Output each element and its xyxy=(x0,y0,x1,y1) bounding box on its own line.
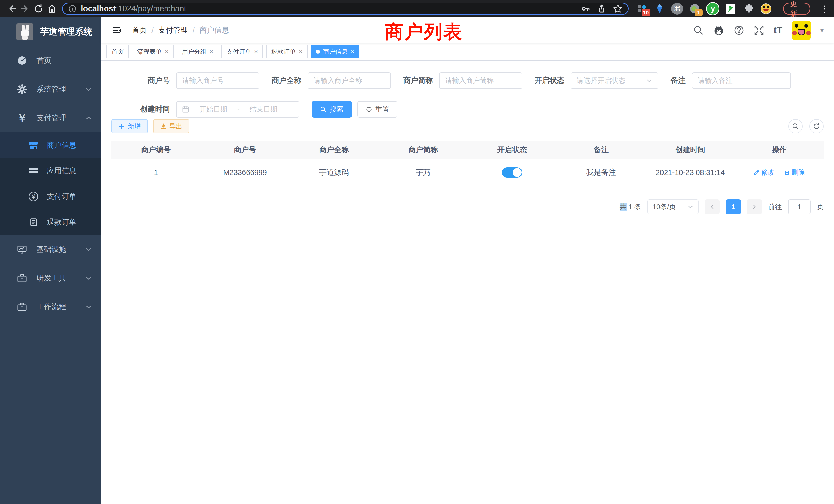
breadcrumb-home[interactable]: 首页 xyxy=(132,25,147,36)
sidebar-item-label: 商户信息 xyxy=(47,140,76,151)
shop-icon xyxy=(28,140,39,151)
search-form: 商户号 商户全称 商户简称 开启状态 xyxy=(101,61,834,117)
share-icon[interactable] xyxy=(597,4,606,13)
avatar-caret-icon[interactable]: ▾ xyxy=(820,26,824,35)
sidebar-item-workflow[interactable]: 工作流程 xyxy=(0,293,101,321)
address-bar[interactable]: localhost:1024/pay/merchant xyxy=(62,3,629,15)
sidebar-item-app-info[interactable]: 应用信息 xyxy=(0,158,101,184)
browser-back-button[interactable] xyxy=(5,2,19,16)
extension-y-icon[interactable]: y xyxy=(706,2,720,16)
sidebar-item-system[interactable]: 系统管理 xyxy=(0,75,101,104)
tab-home[interactable]: 首页 xyxy=(106,45,129,58)
search-button[interactable]: 搜索 xyxy=(312,101,352,117)
browser-menu-icon[interactable]: ⋮ xyxy=(820,4,829,14)
browser-reload-button[interactable] xyxy=(32,2,45,16)
tab-process-form[interactable]: 流程表单 × xyxy=(132,45,174,58)
edit-link[interactable]: 修改 xyxy=(754,168,775,177)
sidebar-logo[interactable]: 芋道管理系统 xyxy=(0,18,101,46)
tab-label: 退款订单 xyxy=(271,47,296,56)
next-page-button[interactable] xyxy=(747,199,762,214)
github-icon[interactable] xyxy=(713,25,724,36)
browser-home-button[interactable] xyxy=(45,2,59,16)
tab-user-group[interactable]: 用户分组 × xyxy=(177,45,218,58)
close-icon[interactable]: × xyxy=(254,48,258,55)
cell-actions: 修改 删除 xyxy=(734,159,824,186)
profile-emoji-icon[interactable] xyxy=(760,2,772,16)
date-separator: - xyxy=(237,106,240,113)
tab-refund-order[interactable]: 退款订单 × xyxy=(266,45,308,58)
short-name-input[interactable] xyxy=(445,77,516,85)
close-icon[interactable]: × xyxy=(299,48,303,55)
status-select[interactable] xyxy=(571,72,658,89)
tab-label: 支付订单 xyxy=(226,47,251,56)
col-remark: 备注 xyxy=(557,141,646,159)
close-icon[interactable]: × xyxy=(165,48,169,55)
extension-command-icon[interactable]: ⌘ xyxy=(671,2,683,16)
show-search-button[interactable] xyxy=(788,119,803,134)
bookmark-star-icon[interactable] xyxy=(613,4,623,14)
chrome-update-button[interactable]: 更新 xyxy=(783,3,810,15)
end-date-input[interactable] xyxy=(244,106,283,113)
close-icon[interactable]: × xyxy=(351,48,354,55)
col-short-name: 商户简称 xyxy=(378,141,467,159)
remark-input[interactable] xyxy=(698,77,785,85)
sidebar-item-merchant-info[interactable]: 商户信息 xyxy=(0,132,101,158)
full-name-input[interactable] xyxy=(314,77,385,85)
add-button[interactable]: 新增 xyxy=(111,119,148,134)
merchant-no-input[interactable] xyxy=(182,77,253,85)
reset-button[interactable]: 重置 xyxy=(357,101,397,117)
sidebar-item-dev-tools[interactable]: 研发工具 xyxy=(0,264,101,293)
page-1-button[interactable]: 1 xyxy=(726,199,741,214)
search-icon[interactable] xyxy=(693,25,704,36)
tab-merchant-info[interactable]: 商户信息 × xyxy=(311,45,359,58)
briefcase-icon xyxy=(17,273,28,283)
start-date-input[interactable] xyxy=(194,106,233,113)
pagination-total: 共 1 条 xyxy=(620,202,641,211)
user-avatar[interactable] xyxy=(792,21,811,40)
sidebar-item-home[interactable]: 首页 xyxy=(0,46,101,75)
url-text: localhost:1024/pay/merchant xyxy=(81,4,577,13)
field-label: 商户号 xyxy=(111,75,170,86)
help-icon[interactable] xyxy=(733,25,744,36)
field-label: 商户全称 xyxy=(272,75,302,86)
tab-pay-order[interactable]: 支付订单 × xyxy=(221,45,263,58)
status-select-input[interactable] xyxy=(577,77,644,85)
status-toggle[interactable] xyxy=(502,167,522,178)
export-button[interactable]: 导出 xyxy=(153,119,190,134)
font-size-icon[interactable]: tT xyxy=(774,25,783,36)
sidebar-item-label: 研发工具 xyxy=(37,273,85,283)
goto-page-input[interactable] xyxy=(788,199,811,214)
url-path: :1024/pay/merchant xyxy=(116,4,186,13)
sidebar-item-pay[interactable]: ￥ 支付管理 xyxy=(0,104,101,132)
tags-view: 首页 流程表单 × 用户分组 × 支付订单 × 退款订单 × 商户信息 × xyxy=(101,43,834,61)
field-short-name: 商户简称 xyxy=(403,72,522,89)
field-merchant-no: 商户号 xyxy=(111,72,259,89)
close-icon[interactable]: × xyxy=(210,48,213,55)
refresh-button[interactable] xyxy=(809,119,824,134)
sidebar-item-pay-order[interactable]: ¥ 支付订单 xyxy=(0,184,101,209)
grid-icon xyxy=(28,166,39,176)
extension-sidebar-icon[interactable]: 10 xyxy=(636,2,649,16)
extension-gem-icon[interactable] xyxy=(654,2,666,16)
sidebar-item-infra[interactable]: 基础设施 xyxy=(0,235,101,264)
sidebar-fold-icon[interactable] xyxy=(111,25,122,36)
browser-forward-button[interactable] xyxy=(19,2,32,16)
page-size-select[interactable]: 10条/页 xyxy=(647,199,699,214)
delete-link[interactable]: 删除 xyxy=(784,168,805,177)
prev-page-button[interactable] xyxy=(705,199,720,214)
extension-camera-icon[interactable]: 1 xyxy=(689,2,701,16)
password-key-icon[interactable] xyxy=(581,4,590,13)
extension-notes-icon[interactable] xyxy=(725,2,737,16)
cell-short-name: 芋艿 xyxy=(378,159,467,186)
sidebar-item-label: 支付订单 xyxy=(47,191,76,202)
page-unit-label: 页 xyxy=(817,202,824,211)
extensions-puzzle-icon[interactable] xyxy=(742,2,755,16)
app-title: 芋道管理系统 xyxy=(40,26,92,38)
sidebar-item-refund-order[interactable]: 退款订单 xyxy=(0,209,101,235)
breadcrumb-pay[interactable]: 支付管理 xyxy=(158,25,188,36)
sidebar-item-label: 首页 xyxy=(37,55,92,66)
fullscreen-icon[interactable] xyxy=(754,25,764,36)
date-range-picker[interactable]: - xyxy=(176,101,300,117)
field-remark: 备注 xyxy=(671,72,791,89)
page-info-icon[interactable] xyxy=(68,4,77,13)
